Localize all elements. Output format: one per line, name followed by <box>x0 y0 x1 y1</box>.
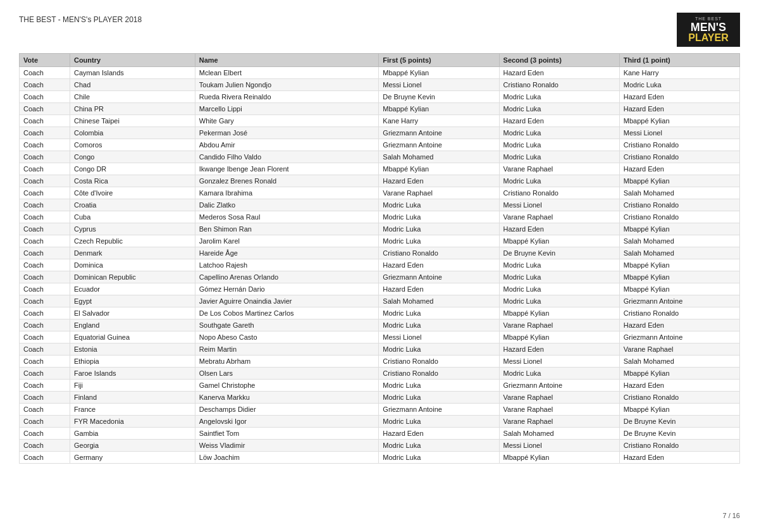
table-cell: Toukam Julien Ngondjo <box>195 79 379 91</box>
table-cell: Chile <box>70 91 195 103</box>
table-cell: Messi Lionel <box>379 79 499 91</box>
table-cell: Salah Mohamed <box>499 428 619 440</box>
table-cell: Cyprus <box>70 223 195 235</box>
table-cell: Modric Luka <box>499 91 619 103</box>
table-cell: Kane Harry <box>379 115 499 127</box>
table-cell: Griezmann Antoine <box>379 139 499 151</box>
table-cell: Modric Luka <box>379 380 499 392</box>
table-cell: Abdou Amir <box>195 139 379 151</box>
table-row: CoachFYR MacedoniaAngelovski IgorModric … <box>20 416 740 428</box>
table-cell: Dalic Zlatko <box>195 199 379 211</box>
table-cell: Messi Lionel <box>619 127 739 139</box>
table-cell: Jarolim Karel <box>195 235 379 247</box>
table-cell: Mbappé Kylian <box>619 368 739 380</box>
table-cell: Equatorial Guinea <box>70 331 195 343</box>
table-row: CoachGermanyLöw JoachimModric LukaMbappé… <box>20 452 740 464</box>
table-cell: Modric Luka <box>499 175 619 187</box>
table-cell: Hazard Eden <box>379 428 499 440</box>
table-cell: Croatia <box>70 199 195 211</box>
table-cell: Costa Rica <box>70 175 195 187</box>
table-cell: Weiss Vladimir <box>195 440 379 452</box>
logo-main: MEN'S <box>683 22 734 33</box>
table-cell: Hazard Eden <box>499 343 619 356</box>
table-cell: Mbappé Kylian <box>619 259 739 271</box>
table-header-row: VoteCountryNameFirst (5 points)Second (3… <box>20 54 740 67</box>
table-cell: Coach <box>20 163 70 175</box>
table-cell: Hazard Eden <box>379 259 499 271</box>
table-cell: Griezmann Antoine <box>379 127 499 139</box>
table-cell: Deschamps Didier <box>195 404 379 416</box>
table-cell: Coach <box>20 151 70 163</box>
table-cell: Nopo Abeso Casto <box>195 331 379 343</box>
table-cell: Candido Filho Valdo <box>195 151 379 163</box>
table-cell: Coach <box>20 392 70 404</box>
table-cell: Egypt <box>70 295 195 307</box>
table-cell: Hareide Åge <box>195 247 379 259</box>
table-cell: Coach <box>20 127 70 139</box>
table-cell: Mbappé Kylian <box>619 223 739 235</box>
table-cell: Ecuador <box>70 283 195 295</box>
table-cell: De Bruyne Kevin <box>619 428 739 440</box>
table-cell: Southgate Gareth <box>195 319 379 331</box>
table-cell: Coach <box>20 295 70 307</box>
table-cell: Coach <box>20 331 70 343</box>
table-cell: Mbappé Kylian <box>619 271 739 283</box>
table-row: CoachDominican RepublicCapellino Arenas … <box>20 271 740 283</box>
table-cell: Modric Luka <box>379 235 499 247</box>
table-row: CoachChileRueda Rivera ReinaldoDe Bruyne… <box>20 91 740 103</box>
table-cell: Messi Lionel <box>499 199 619 211</box>
table-cell: Fiji <box>70 380 195 392</box>
table-cell: Cristiano Ronaldo <box>619 139 739 151</box>
table-row: CoachCongo DRIkwange Ibenge Jean Florent… <box>20 163 740 175</box>
table-cell: Coach <box>20 380 70 392</box>
table-cell: Dominican Republic <box>70 271 195 283</box>
table-cell: De Bruyne Kevin <box>619 416 739 428</box>
table-cell: Salah Mohamed <box>379 295 499 307</box>
table-cell: Coach <box>20 428 70 440</box>
table-cell: Cuba <box>70 211 195 223</box>
table-cell: Coach <box>20 356 70 368</box>
table-cell: Congo <box>70 151 195 163</box>
table-cell: Coach <box>20 259 70 271</box>
table-cell: Colombia <box>70 127 195 139</box>
table-cell: Varane Raphael <box>499 163 619 175</box>
table-cell: Germany <box>70 452 195 464</box>
table-row: CoachFranceDeschamps DidierGriezmann Ant… <box>20 404 740 416</box>
table-row: CoachEthiopiaMebratu AbrhamCristiano Ron… <box>20 356 740 368</box>
table-cell: FYR Macedonia <box>70 416 195 428</box>
table-cell: Olsen Lars <box>195 368 379 380</box>
table-cell: Modric Luka <box>379 343 499 356</box>
table-cell: Modric Luka <box>499 139 619 151</box>
table-cell: Angelovski Igor <box>195 416 379 428</box>
table-cell: Côte d'Ivoire <box>70 187 195 199</box>
table-cell: Cristiano Ronaldo <box>619 307 739 319</box>
table-cell: Modric Luka <box>499 295 619 307</box>
table-cell: Finland <box>70 392 195 404</box>
table-cell: Czech Republic <box>70 235 195 247</box>
table-cell: Coach <box>20 175 70 187</box>
table-cell: Modric Luka <box>379 416 499 428</box>
table-cell: Mbappé Kylian <box>619 283 739 295</box>
table-row: CoachDenmarkHareide ÅgeCristiano Ronaldo… <box>20 247 740 259</box>
table-row: CoachEquatorial GuineaNopo Abeso CastoMe… <box>20 331 740 343</box>
table-cell: France <box>70 404 195 416</box>
table-row: CoachGambiaSaintfiet TomHazard EdenSalah… <box>20 428 740 440</box>
table-cell: Cristiano Ronaldo <box>379 356 499 368</box>
table-cell: Griezmann Antoine <box>379 271 499 283</box>
table-cell: Coach <box>20 91 70 103</box>
table-cell: Hazard Eden <box>499 115 619 127</box>
table-cell: Coach <box>20 404 70 416</box>
table-row: CoachFijiGamel ChristopheModric LukaGrie… <box>20 380 740 392</box>
table-cell: England <box>70 319 195 331</box>
logo-box: THE BEST MEN'S PLAYER <box>677 13 740 47</box>
table-cell: Hazard Eden <box>379 283 499 295</box>
table-cell: Messi Lionel <box>379 331 499 343</box>
page-container: THE BEST - MEN'S's PLAYER 2018 THE BEST … <box>0 0 759 489</box>
table-row: CoachEl SalvadorDe Los Cobos Martinez Ca… <box>20 307 740 319</box>
table-cell: Georgia <box>70 440 195 452</box>
column-header: Second (3 points) <box>499 54 619 67</box>
table-cell: Denmark <box>70 247 195 259</box>
table-cell: Kane Harry <box>619 67 739 79</box>
table-cell: Rueda Rivera Reinaldo <box>195 91 379 103</box>
table-cell: Coach <box>20 79 70 91</box>
